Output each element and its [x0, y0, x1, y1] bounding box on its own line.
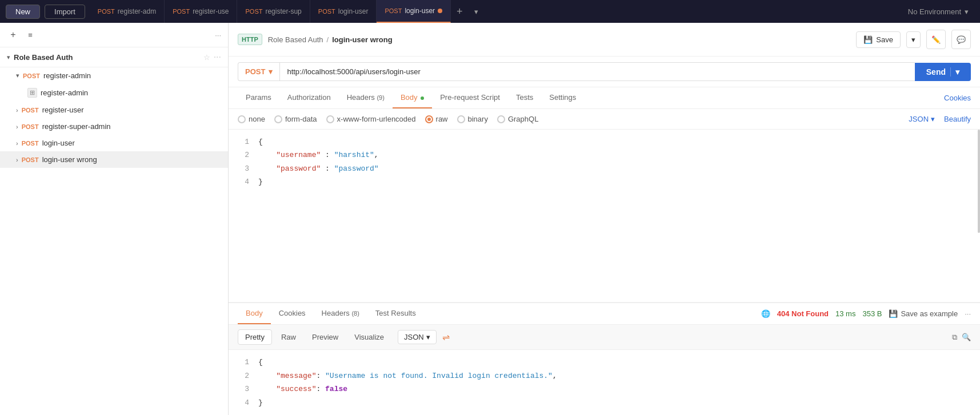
url-input[interactable]: [279, 62, 914, 81]
radio-binary[interactable]: binary: [457, 115, 488, 123]
url-bar: POST ▾ Send ▾: [229, 57, 980, 87]
line-number: 1: [238, 356, 249, 369]
sidebar-item-register-super-admin[interactable]: › POST register-super-admin: [0, 118, 228, 135]
collection-more-icon[interactable]: ···: [214, 52, 221, 62]
tab-name-label: login-user: [405, 7, 435, 15]
tab-headers[interactable]: Headers (9): [339, 87, 393, 108]
res-tab-cookies[interactable]: Cookies: [271, 303, 314, 324]
add-collection-button[interactable]: +: [7, 29, 19, 41]
expand-chevron-icon: ›: [16, 107, 18, 114]
scroll-indicator: [978, 130, 980, 233]
tab-body[interactable]: Body: [393, 87, 432, 108]
response-format-bar: Pretty Raw Preview Visualize JSON ▾ ⇌ ⧉ …: [229, 325, 980, 350]
new-button[interactable]: New: [6, 5, 40, 19]
json-format-selector[interactable]: JSON ▾: [398, 330, 437, 344]
sidebar-more-icon[interactable]: ···: [215, 31, 221, 39]
save-dropdown-button[interactable]: ▾: [906, 31, 921, 48]
tab-pre-request-script[interactable]: Pre-request Script: [432, 87, 508, 108]
format-btn-raw[interactable]: Raw: [274, 330, 303, 344]
request-header: HTTP Role Based Auth / login-user wrong …: [229, 23, 980, 57]
tab-register-sup[interactable]: POST register-sup: [237, 0, 310, 23]
response-more-icon[interactable]: ···: [965, 309, 971, 318]
breadcrumb-separator: /: [327, 35, 329, 44]
response-meta: 🌐 404 Not Found 13 ms 353 B 💾 Save as ex…: [761, 309, 971, 318]
radio-graphql[interactable]: GraphQL: [497, 115, 538, 123]
tab-register-adm[interactable]: POST register-adm: [90, 0, 165, 23]
response-section: Body Cookies Headers (8) Test Results 🌐 …: [229, 303, 980, 415]
add-tab-button[interactable]: +: [451, 6, 469, 18]
tab-method-label: POST: [385, 7, 402, 14]
globe-icon: 🌐: [761, 309, 770, 318]
tab-login-user-wrong[interactable]: POST login-user: [377, 0, 451, 23]
unsaved-dot: [438, 9, 442, 13]
star-icon[interactable]: ☆: [203, 53, 210, 62]
expand-chevron-icon: ▾: [16, 72, 19, 79]
copy-icon[interactable]: ⧉: [952, 333, 957, 342]
line-number: 1: [238, 135, 249, 148]
res-tab-headers[interactable]: Headers (8): [314, 303, 367, 324]
wrap-lines-icon[interactable]: ⇌: [439, 332, 453, 343]
expand-chevron-icon: ›: [16, 123, 18, 130]
tab-settings[interactable]: Settings: [541, 87, 584, 108]
tab-name-label: register-use: [193, 7, 229, 15]
request-body-editor[interactable]: 1 { 2 "username" : "harshit", 3 "passwor…: [229, 130, 980, 303]
filter-icon[interactable]: ≡: [24, 29, 37, 41]
request-tabs: Params Authorization Headers (9) Body Pr…: [229, 87, 980, 109]
response-tabs-bar: Body Cookies Headers (8) Test Results 🌐 …: [229, 303, 980, 325]
edit-icon-button[interactable]: ✏️: [926, 30, 946, 49]
save-button[interactable]: 💾 Save: [856, 31, 901, 48]
json-format-chevron-icon: ▾: [426, 333, 430, 341]
sidebar-subitem-register-admin[interactable]: ⊞ register-admin: [0, 84, 228, 102]
res-tab-test-results[interactable]: Test Results: [367, 303, 424, 324]
search-icon[interactable]: 🔍: [962, 333, 971, 341]
code-line-2: 2 "username" : "harshit",: [238, 148, 971, 162]
json-format-label: JSON: [404, 333, 424, 341]
request-name-label: login-user: [42, 139, 75, 147]
sidebar-item-register-user[interactable]: › POST register-user: [0, 102, 228, 118]
radio-circle-graphql: [497, 115, 505, 123]
collection-role-based-auth[interactable]: ▾ Role Based Auth ☆ ···: [0, 47, 228, 67]
tab-name-label: register-adm: [118, 7, 156, 15]
environment-selector[interactable]: No Environment ▾: [902, 7, 974, 16]
radio-urlencoded[interactable]: x-www-form-urlencoded: [326, 115, 416, 123]
method-label: POST: [245, 67, 265, 76]
tab-tests[interactable]: Tests: [508, 87, 541, 108]
import-button[interactable]: Import: [45, 5, 85, 19]
method-label: POST: [22, 140, 39, 147]
sidebar-item-register-admin[interactable]: ▾ POST register-admin: [0, 67, 228, 84]
beautify-button[interactable]: Beautify: [944, 115, 971, 123]
json-type-selector[interactable]: JSON ▾: [909, 115, 935, 123]
radio-raw[interactable]: raw: [425, 115, 448, 123]
res-tab-body[interactable]: Body: [238, 303, 271, 324]
format-btn-pretty[interactable]: Pretty: [238, 329, 272, 345]
format-btn-visualize[interactable]: Visualize: [347, 330, 391, 344]
res-line-4: 4 }: [238, 396, 971, 409]
code-line-4: 4 }: [238, 175, 971, 188]
tab-authorization[interactable]: Authorization: [279, 87, 339, 108]
tabs-chevron[interactable]: ▾: [469, 7, 484, 16]
code-text: "message": "Username is not found. Inval…: [258, 369, 557, 382]
method-label: POST: [22, 123, 39, 130]
sidebar-item-login-user-wrong[interactable]: › POST login-user wrong: [0, 151, 228, 168]
tab-params[interactable]: Params: [238, 87, 279, 108]
method-selector[interactable]: POST ▾: [238, 62, 279, 81]
method-label: POST: [22, 156, 39, 163]
sidebar: + ≡ ··· ▾ Role Based Auth ☆ ··· ▾ POST r…: [0, 23, 229, 415]
sidebar-item-login-user[interactable]: › POST login-user: [0, 135, 228, 151]
save-example-button[interactable]: 💾 Save as example: [889, 309, 958, 318]
radio-form-data[interactable]: form-data: [274, 115, 317, 123]
line-number: 4: [238, 396, 249, 409]
comment-icon-button[interactable]: 💬: [951, 30, 971, 49]
radio-label-none: none: [249, 115, 265, 123]
cookies-link[interactable]: Cookies: [944, 94, 971, 102]
tab-method-label: POST: [318, 8, 335, 15]
line-number: 2: [238, 148, 249, 162]
radio-none[interactable]: none: [238, 115, 265, 123]
format-btn-preview[interactable]: Preview: [305, 330, 345, 344]
breadcrumb: Role Based Auth / login-user wrong: [268, 35, 851, 44]
send-button[interactable]: Send ▾: [915, 63, 971, 81]
expand-chevron-icon: ›: [16, 140, 18, 147]
tab-register-use[interactable]: POST register-use: [165, 0, 237, 23]
radio-label-binary: binary: [468, 115, 488, 123]
tab-login-user-1[interactable]: POST login-user: [310, 0, 377, 23]
